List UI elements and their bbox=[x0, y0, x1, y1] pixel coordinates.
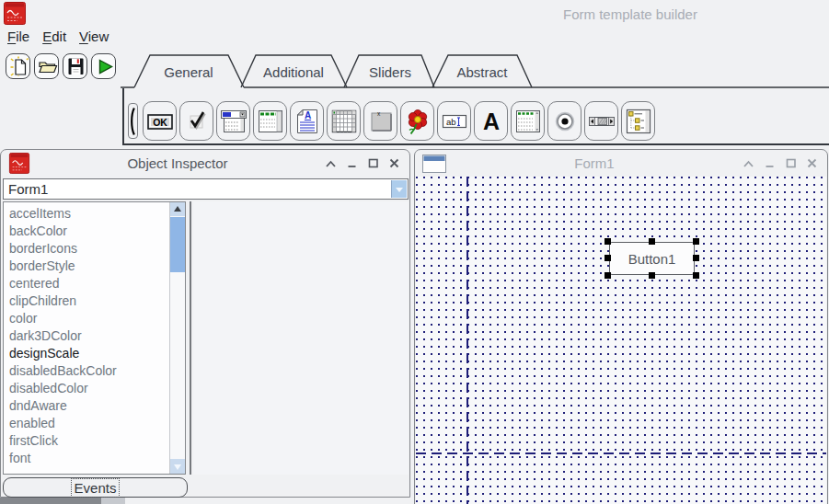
palette-item-image[interactable] bbox=[400, 101, 434, 141]
panel-icon: x bbox=[366, 107, 396, 136]
shade-button[interactable] bbox=[325, 158, 337, 168]
run-icon bbox=[93, 55, 115, 77]
menu-view[interactable]: View bbox=[79, 29, 109, 44]
horizontal-guide-line bbox=[416, 452, 826, 454]
property-row[interactable]: font bbox=[4, 450, 185, 467]
palette-item-radiobutton[interactable] bbox=[547, 101, 581, 141]
property-list-scrollbar[interactable] bbox=[169, 202, 185, 474]
inspector-splitter[interactable] bbox=[190, 201, 191, 475]
object-inspector-title: Object Inspector bbox=[30, 155, 325, 171]
save-button[interactable] bbox=[63, 53, 87, 79]
palette-item-combobox[interactable] bbox=[216, 101, 250, 141]
designed-button-label: Button1 bbox=[628, 251, 676, 267]
save-floppy-icon bbox=[64, 55, 86, 77]
checklistbox-icon bbox=[513, 107, 543, 136]
edit-icon: ab bbox=[440, 107, 469, 136]
form-titlebar[interactable]: Form1 bbox=[415, 150, 827, 177]
run-button[interactable] bbox=[91, 53, 116, 79]
selection-handle-nw[interactable] bbox=[604, 238, 611, 245]
events-button-label: Events bbox=[73, 480, 119, 496]
palette-item-panel[interactable]: x bbox=[363, 101, 397, 141]
scrollbar-thumb[interactable] bbox=[170, 217, 185, 272]
app-logo-icon bbox=[8, 153, 30, 174]
property-row[interactable]: accelItems bbox=[4, 205, 185, 223]
palette-scroll-button[interactable] bbox=[128, 103, 138, 139]
property-list[interactable]: accelItems backColor borderIcons borderS… bbox=[3, 201, 186, 475]
property-row[interactable]: disabledBackColor bbox=[4, 362, 185, 380]
button-icon: OK bbox=[145, 107, 175, 136]
property-row[interactable]: borderIcons bbox=[4, 240, 185, 258]
menu-edit[interactable]: Edit bbox=[42, 29, 66, 44]
maximize-button[interactable] bbox=[367, 158, 379, 168]
tab-general-label[interactable]: General bbox=[164, 64, 213, 80]
palette-frame-bottom bbox=[122, 143, 829, 145]
close-button[interactable] bbox=[388, 158, 400, 168]
palette-item-checklistbox[interactable] bbox=[511, 101, 545, 141]
richtext-icon: A bbox=[293, 107, 322, 136]
palette-item-listview[interactable] bbox=[253, 101, 287, 141]
maximize-button[interactable] bbox=[785, 158, 797, 168]
svg-text:OK: OK bbox=[153, 116, 167, 127]
palette-item-button[interactable]: OK bbox=[143, 101, 177, 141]
menu-file[interactable]: File bbox=[7, 29, 29, 44]
palette-item-checkbox[interactable] bbox=[179, 101, 213, 141]
tab-sliders-label[interactable]: Sliders bbox=[369, 64, 411, 80]
bottom-scrollbar-thumb[interactable] bbox=[101, 498, 125, 504]
tab-abstract-label[interactable]: Abstract bbox=[456, 64, 508, 80]
label-icon: A bbox=[477, 107, 506, 136]
object-inspector-window: Object Inspector Form1 accelItems backCo… bbox=[0, 149, 410, 498]
new-file-button[interactable] bbox=[6, 53, 30, 79]
object-selector-value: Form1 bbox=[8, 181, 48, 197]
designed-button[interactable]: Button1 bbox=[609, 242, 695, 275]
app-logo-icon bbox=[4, 2, 26, 25]
palette-item-edit[interactable]: ab bbox=[437, 101, 471, 141]
property-row[interactable]: centered bbox=[4, 275, 185, 292]
property-row[interactable]: color bbox=[4, 310, 185, 327]
open-folder-icon bbox=[36, 55, 58, 77]
property-row[interactable]: enabled bbox=[4, 415, 185, 432]
selection-handle-w[interactable] bbox=[604, 255, 611, 261]
property-row[interactable]: dndAware bbox=[4, 397, 185, 415]
minimize-button[interactable] bbox=[346, 158, 358, 168]
form-window-icon bbox=[422, 155, 446, 173]
object-selector-combobox[interactable]: Form1 bbox=[3, 178, 409, 200]
property-row[interactable]: clipChildren bbox=[4, 292, 185, 310]
open-file-button[interactable] bbox=[34, 53, 59, 79]
palette-item-richtext[interactable]: A bbox=[290, 101, 324, 141]
selection-handle-se[interactable] bbox=[693, 272, 699, 279]
object-inspector-titlebar[interactable]: Object Inspector bbox=[1, 150, 409, 177]
minimize-button[interactable] bbox=[764, 158, 776, 168]
scroll-up-button[interactable] bbox=[170, 202, 185, 216]
close-button[interactable] bbox=[806, 158, 818, 168]
palette-item-label[interactable]: A bbox=[474, 101, 508, 141]
form-design-canvas[interactable]: Button1 bbox=[416, 177, 826, 504]
tab-additional-label[interactable]: Additional bbox=[263, 64, 324, 80]
palette-frame-left bbox=[122, 88, 124, 144]
selection-handle-sw[interactable] bbox=[604, 272, 611, 279]
property-row[interactable]: dark3DColor bbox=[4, 327, 185, 345]
palette-item-grid[interactable] bbox=[327, 101, 361, 141]
toolbar bbox=[6, 53, 116, 79]
scroll-down-button[interactable] bbox=[170, 459, 185, 474]
events-button[interactable]: Events bbox=[3, 477, 188, 498]
palette-item-treeview[interactable] bbox=[621, 101, 655, 141]
treeview-icon bbox=[624, 107, 653, 136]
svg-text:A: A bbox=[304, 110, 310, 120]
form-designer-window: Form1 Button1 bbox=[414, 149, 828, 504]
property-row[interactable]: disabledColor bbox=[4, 380, 185, 397]
combo-dropdown-button[interactable] bbox=[391, 180, 407, 198]
property-value-panel[interactable] bbox=[193, 201, 409, 475]
form-title: Form1 bbox=[446, 155, 743, 171]
bottom-scrollbar-track[interactable] bbox=[0, 498, 101, 504]
selection-handle-s[interactable] bbox=[649, 272, 655, 279]
shade-button[interactable] bbox=[743, 158, 754, 168]
palette-item-hscrollbar[interactable] bbox=[584, 101, 618, 141]
selection-handle-e[interactable] bbox=[693, 255, 699, 261]
property-row[interactable]: firstClick bbox=[4, 432, 185, 450]
property-row[interactable]: backColor bbox=[4, 223, 185, 240]
selection-handle-n[interactable] bbox=[649, 238, 655, 245]
property-row-selected[interactable]: designScale bbox=[4, 345, 185, 362]
selection-handle-ne[interactable] bbox=[693, 238, 699, 245]
image-icon bbox=[403, 107, 432, 136]
property-row[interactable]: borderStyle bbox=[4, 258, 185, 275]
